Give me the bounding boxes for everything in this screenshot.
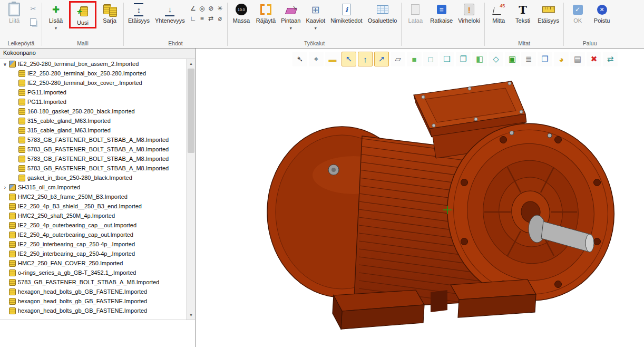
tree-item-label: IE2_250_4p_outerbearing_cap__out.Importe… [18,222,136,228]
angle-constraint-icon[interactable]: ∠ [189,4,197,13]
ribbon-divider [401,3,402,46]
load-button[interactable]: Lataa [403,1,427,25]
cut-button[interactable] [27,3,39,14]
wireframe-box-icon[interactable]: □ [423,52,438,66]
distance-constraint-button[interactable]: Etäisyys [125,1,152,25]
tree-item[interactable]: IE2_250_4p_outerbearing_cap_out.Imported [0,230,186,239]
tree-item[interactable]: IE2_250-280_terminal_box_cover_.Imported [0,78,186,88]
tree-item[interactable]: IE2_250-280_terminal_box_250-280.Importe… [0,69,186,78]
3d-viewport[interactable]: ➴⌖▬↖↑↗▱■□❏❐◧◇▣≣❒◕▤✖⇄ [196,49,644,347]
tree-item[interactable]: HMC2_250_FAN_COVER_250.Imported [0,258,186,268]
scrollbar-down-button[interactable] [187,311,195,320]
coincidence-button[interactable]: Yhtenevyys [152,1,188,25]
print-icon[interactable]: ▤ [570,52,585,66]
text-button[interactable]: Teksti [511,1,535,25]
to-surface-button[interactable]: Pintaan [278,1,303,30]
tree-item[interactable]: IE2_250_4p_outerbearing_cap__out.Importe… [0,220,186,230]
tree-item[interactable]: gasket_in_tbox_250-280_black.Imported [0,173,186,182]
pin-icon[interactable]: ➴ [292,52,307,66]
ok-button[interactable]: OK [565,1,590,25]
isometric-view-icon[interactable]: ◇ [489,52,503,66]
perpendicular-constraint-icon[interactable]: ∟ [189,14,197,23]
motor-3d-model[interactable] [196,49,644,347]
tree-item[interactable]: 160-180_gasket_250-280_black.Imported [0,107,186,116]
tree-scrollbar[interactable] [186,59,195,320]
tree-item[interactable]: o-rings_series_a_gb_GB-T_3452.1_.Importe… [0,268,186,277]
parts-list-label: Osaluettelo [368,17,397,24]
distance-button[interactable]: Etäisyys [535,1,562,25]
tree-item[interactable]: 315_cable_gland_M63.Imported [0,126,186,135]
error-log-button[interactable]: Virheloki [455,1,483,25]
tangent-constraint-icon[interactable]: ⊘ [207,4,215,13]
tree-item-label: IE2_250_interbearing_cap_250-4p_.Importe… [18,250,135,257]
diameter-constraint-icon[interactable]: ⌀ [216,14,224,23]
tree-item-label: 5783_GB_FASTENER_BOLT_STBAB_A_M8.Importe… [27,137,169,143]
hidden-line-box-icon[interactable]: ❏ [440,52,454,66]
measure-ruler-icon[interactable]: ▬ [325,52,340,66]
copy-button[interactable] [27,16,39,28]
part-icon [9,279,16,286]
tree-item[interactable]: PG11.Imported [0,97,186,107]
ribbon-group-tools: 10.0 Massa Räjäytä Pintaan Kaaviot Nimik… [228,1,401,48]
tree-item[interactable]: ∨IE2_250-280_terminal_box_assem_2.Import… [0,59,186,69]
tree-item[interactable]: hexagon_head_bolts_gb_GB_FASTENE.Importe… [0,306,186,315]
tree-item-label: o-rings_series_a_gb_GB-T_3452.1_.Importe… [18,269,136,276]
tree-item[interactable]: PG11.Imported [0,88,186,97]
concentric-constraint-icon[interactable]: ◎ [198,4,206,13]
tree-item[interactable]: IE2_250_interbearing_cap_250-4p_.Importe… [0,239,186,249]
snap-vertical-icon[interactable]: ↑ [358,52,373,66]
tree-item[interactable]: HMC2_250_b3_frame_250M_B3.Imported [0,192,186,201]
new-button[interactable]: Uusi [71,3,95,27]
pick-solid-icon[interactable]: ▣ [505,52,520,66]
shaded-cube-icon[interactable]: ◧ [472,52,487,66]
tree-item[interactable]: 5783_GB_FASTENER_BOLT_STBAB_A_M8.Importe… [0,163,186,173]
tree-item[interactable]: 5783_GB_FASTENER_BOLT_STBAB_A_M8.Importe… [0,277,186,287]
item-data-button[interactable]: Nimiketiedot [328,1,365,25]
select-region-icon[interactable]: ⌖ [309,52,324,66]
tree-item[interactable]: hexagon_head_bolts_gb_GB_FASTENE.Importe… [0,287,186,296]
explode-button[interactable]: Räjäytä [253,1,278,25]
tree-item[interactable]: 5783_GB_FASTENER_BOLT_STBAB_A_M8.Importe… [0,154,186,163]
align-constraint-icon[interactable]: ⇄ [207,14,215,23]
pick-element-icon[interactable]: ▱ [391,52,405,66]
solve-button[interactable]: Ratkaise [427,1,455,25]
delete-icon[interactable]: ✖ [587,52,601,66]
mass-button[interactable]: 10.0 Massa [229,1,253,25]
tree-caret-closed-icon[interactable]: › [2,185,8,190]
uusi-highlight-box: Uusi [69,1,96,28]
section-box-icon[interactable]: ❐ [456,52,471,66]
part-list-icon[interactable]: ≣ [521,52,536,66]
parts-list-button[interactable]: Osaluettelo [365,1,400,25]
tree-item[interactable]: 5783_GB_FASTENER_BOLT_STBAB_A_M8.Importe… [0,144,186,154]
tree-item[interactable]: IE2_250_4p_B3_shield__250_B3_end.Importe… [0,201,186,211]
diagrams-button[interactable]: Kaaviot [303,1,328,30]
tree-item[interactable]: hexagon_head_bolts_gb_GB_FASTENE.Importe… [0,296,186,306]
tree-item-label: HMC2_250_FAN_COVER_250.Imported [18,260,123,266]
tree-item[interactable]: HMC2_250_shaft_250M_4p.Imported [0,211,186,220]
dropdown-arrow-icon[interactable] [315,25,317,29]
tree-caret-open-icon[interactable]: ∨ [2,61,8,67]
paste-button[interactable]: Liitä [2,1,26,25]
series-button[interactable]: Sarja [97,1,122,25]
tree-item[interactable]: 5783_GB_FASTENER_BOLT_STBAB_A_M8.Importe… [0,135,186,144]
add-button[interactable]: Lisää [44,1,68,30]
measure-button[interactable]: 45 Mitta [486,1,511,25]
parallel-constraint-icon[interactable]: ≡ [198,14,206,23]
snap-point-icon[interactable]: ↖ [341,52,356,66]
snap-angle-icon[interactable]: ↗ [374,52,389,66]
scrollbar-up-button[interactable] [187,59,195,68]
tree-item[interactable]: 315_cable_gland_M63.Imported [0,116,186,126]
shaded-view-icon[interactable]: ■ [407,52,422,66]
exit-button[interactable]: Poistu [590,1,614,25]
dropdown-arrow-icon[interactable] [55,25,57,29]
arc-mode-icon[interactable]: ◕ [554,52,569,66]
scrollbar-thumb[interactable] [188,69,194,153]
pattern-constraint-icon[interactable]: ✳ [216,4,224,13]
dropdown-arrow-icon[interactable] [290,25,292,29]
ribbon-group-solve: Lataa Ratkaise Virheloki [402,1,484,48]
layers-icon[interactable]: ❒ [538,52,552,66]
tree-item[interactable]: ›SH315_oil_cm.Imported [0,182,186,192]
swap-view-icon[interactable]: ⇄ [603,52,618,66]
add-plus-icon [52,4,60,15]
tree-item[interactable]: IE2_250_interbearing_cap_250-4p_.Importe… [0,249,186,258]
